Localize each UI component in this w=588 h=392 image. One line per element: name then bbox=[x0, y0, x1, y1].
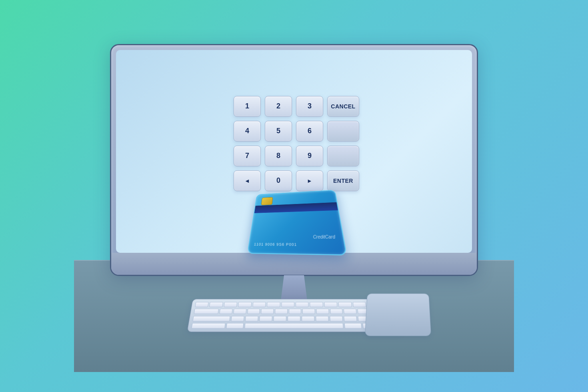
kb-key bbox=[224, 302, 237, 307]
kb-key bbox=[344, 316, 357, 322]
credit-card: CreditCard 1101 9006 9S6 P001 bbox=[247, 190, 347, 256]
blank-btn-2 bbox=[327, 146, 359, 166]
kb-key bbox=[194, 309, 219, 314]
kb-key bbox=[316, 316, 329, 322]
key-9[interactable]: 9 bbox=[296, 146, 323, 166]
kb-key bbox=[275, 309, 288, 314]
key-8[interactable]: 8 bbox=[265, 146, 292, 166]
kb-key bbox=[330, 309, 343, 314]
monitor: 1 2 3 CANCEL 4 5 6 7 8 9 bbox=[110, 44, 478, 276]
key-3[interactable]: 3 bbox=[296, 96, 323, 117]
blank-btn-1 bbox=[327, 121, 359, 142]
key-1[interactable]: 1 bbox=[234, 96, 261, 117]
kb-key bbox=[316, 309, 329, 314]
kb-key bbox=[352, 302, 366, 307]
kb-key bbox=[192, 316, 230, 322]
trackpad[interactable] bbox=[365, 294, 431, 336]
kb-key bbox=[338, 302, 352, 307]
card-number: 1101 9006 9S6 P001 bbox=[254, 242, 297, 247]
kb-key bbox=[245, 316, 258, 322]
kb-spacebar bbox=[244, 323, 344, 329]
key-5[interactable]: 5 bbox=[265, 121, 292, 142]
card-chip bbox=[261, 197, 273, 205]
kb-key bbox=[324, 302, 338, 307]
kb-key bbox=[209, 302, 223, 307]
kb-key bbox=[220, 309, 233, 314]
kb-key bbox=[310, 302, 323, 307]
key-6[interactable]: 6 bbox=[296, 121, 323, 142]
kb-key bbox=[247, 309, 260, 314]
kb-key bbox=[231, 316, 244, 322]
monitor-wrapper: 1 2 3 CANCEL 4 5 6 7 8 9 bbox=[110, 44, 478, 317]
kb-key bbox=[226, 323, 244, 329]
credit-card-container: CreditCard 1101 9006 9S6 P001 bbox=[250, 188, 338, 260]
keyboard-row-2 bbox=[194, 308, 394, 314]
kb-key bbox=[344, 323, 362, 329]
keyboard-row-1 bbox=[195, 302, 393, 307]
numpad-container: 1 2 3 CANCEL 4 5 6 7 8 9 bbox=[234, 96, 354, 191]
kb-key bbox=[191, 323, 225, 329]
kb-key bbox=[238, 302, 252, 307]
kb-key bbox=[252, 302, 266, 307]
kb-key bbox=[330, 316, 343, 322]
card-label: CreditCard bbox=[313, 234, 336, 240]
numpad-grid: 1 2 3 CANCEL 4 5 6 7 8 9 bbox=[234, 96, 354, 191]
scene: 1 2 3 CANCEL 4 5 6 7 8 9 bbox=[74, 20, 514, 372]
kb-key bbox=[233, 309, 246, 314]
kb-key bbox=[302, 309, 315, 314]
kb-key bbox=[302, 316, 315, 322]
keyboard-row-3 bbox=[192, 316, 396, 322]
key-7[interactable]: 7 bbox=[234, 146, 261, 166]
kb-key bbox=[261, 309, 274, 314]
kb-key bbox=[344, 309, 357, 314]
key-2[interactable]: 2 bbox=[265, 96, 292, 117]
kb-key bbox=[195, 302, 209, 307]
kb-key bbox=[273, 316, 286, 322]
kb-key bbox=[289, 309, 302, 314]
kb-key bbox=[296, 302, 309, 307]
kb-key bbox=[281, 302, 294, 307]
key-4[interactable]: 4 bbox=[234, 121, 261, 142]
kb-key bbox=[267, 302, 280, 307]
cancel-button[interactable]: CANCEL bbox=[327, 96, 359, 117]
kb-key bbox=[288, 316, 300, 322]
kb-key bbox=[259, 316, 272, 322]
